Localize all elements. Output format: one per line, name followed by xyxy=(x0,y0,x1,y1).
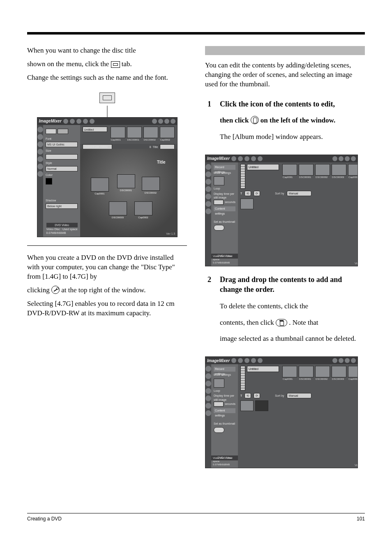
step-2-p2c: image selected as a thumbnail cannot be … xyxy=(220,334,365,344)
bgm-button[interactable] xyxy=(214,176,224,185)
page-footer: Creating a DVD 101 xyxy=(27,513,365,522)
screenshot-album-mode-2: ImageMixer Record settings xyxy=(205,356,358,468)
left-column: When you want to change the disc title s… xyxy=(27,46,187,471)
left-p1-after: tab. xyxy=(122,60,132,68)
footer-page-number: 101 xyxy=(196,516,365,522)
side-toolbar[interactable] xyxy=(205,162,211,266)
shadow-field[interactable]: Below right xyxy=(46,203,77,209)
left-p1-line3: Change the settings such as the name and… xyxy=(27,73,187,83)
menu-title-label: Title xyxy=(157,160,165,165)
thumb: DSC00002 xyxy=(143,127,158,138)
step-2-p2a: To delete the contents, click the xyxy=(220,302,365,311)
left-p2b: clicking at the top right of the window. xyxy=(27,286,187,295)
step-1: 1 Click the icon of the contents to edit… xyxy=(208,99,365,109)
callout-pointer xyxy=(107,106,108,117)
page-rule xyxy=(27,32,365,35)
right-intro: You can edit the contents by adding/dele… xyxy=(205,61,365,89)
wrench-icon xyxy=(51,286,60,294)
left-p2c: Selecting [4.7G] enables you to record d… xyxy=(27,299,187,318)
screenshot-album-mode-1: ImageMixer Record settings xyxy=(205,155,358,266)
color-swatch[interactable] xyxy=(46,178,52,185)
app-brand: ImageMixer xyxy=(39,118,62,124)
content-thumb[interactable] xyxy=(240,199,254,209)
left-p1-line2: shown on the menu, click the tab. xyxy=(27,60,187,69)
disc-label: Video Disc : xyxy=(46,228,62,231)
right-column: You can edit the contents by adding/dele… xyxy=(205,46,365,471)
left-p1-line1: When you want to change the disc title xyxy=(27,46,187,55)
dvd-video-label: DVD Video xyxy=(46,223,78,227)
set-thumbnail-button[interactable] xyxy=(214,225,224,231)
thumb: DSC00002 xyxy=(315,164,330,176)
left-settings-panel: Record settings BGM settings Loop Displa… xyxy=(211,364,238,468)
tab-a[interactable] xyxy=(46,129,56,134)
thumb: Cap0001 xyxy=(111,127,125,138)
side-toolbar[interactable] xyxy=(37,125,44,237)
main-area: Untitled Cap0001 DSC00001 DSC00002 DSC00… xyxy=(238,162,358,266)
size-label: Size xyxy=(46,149,77,153)
left-settings-panel: Record settings BGM settings Loop Displa… xyxy=(211,162,238,266)
album-dropdown[interactable]: Untitled xyxy=(83,127,107,132)
main-area: Untitled Cap0001 DSC00001 DSC00002 Cap00… xyxy=(80,125,177,237)
left-settings-panel: Font MS UI Gothic Size Style Normal Colo… xyxy=(43,125,80,237)
style-label: Style xyxy=(46,161,77,165)
menu-canvas[interactable]: Title Cap0001 DSC00001 DSC00002 DSC00003… xyxy=(80,149,177,237)
screenshot-menu-settings: ImageMixer xyxy=(37,117,178,237)
shadow-label: Shadow xyxy=(46,199,77,202)
step-1-number: 1 xyxy=(208,99,215,109)
two-column-layout: When you want to change the disc title s… xyxy=(27,46,365,471)
thumb: DSC00001 xyxy=(299,164,314,176)
trash-icon xyxy=(276,319,287,326)
side-toolbar[interactable] xyxy=(205,364,211,468)
step-2: 2 Drag and drop the contents to add and … xyxy=(208,275,365,295)
thumb: Cap0001 xyxy=(282,164,297,176)
font-field[interactable]: MS UI Gothic xyxy=(46,142,77,147)
content-settings-header: Content settings xyxy=(214,206,235,211)
tab-icon-large xyxy=(99,92,115,103)
step-2-p2b: contents, then click . Note that xyxy=(220,318,365,328)
font-label: Font xyxy=(46,137,77,141)
thumb: Cap0002 xyxy=(160,127,175,138)
step-1-line2: then click on the left of the window. xyxy=(220,116,365,125)
left-p2a: When you create a DVD on the DVD drive i… xyxy=(27,253,187,282)
filmstrip-icon xyxy=(240,164,245,189)
step-2-line1: Drag and drop the contents to add and ch… xyxy=(220,275,365,295)
used-value: 0.07MB/668MB xyxy=(46,231,66,234)
sort-select[interactable]: Manual xyxy=(287,191,311,196)
section-divider xyxy=(27,245,187,246)
step-2-number: 2 xyxy=(208,275,215,295)
left-p1-before: shown on the menu, click the xyxy=(27,60,111,68)
thumb: Cap0002 xyxy=(348,164,358,176)
tab-icon xyxy=(111,61,120,68)
section-header-bar xyxy=(205,46,365,55)
step-1-line3: The [Album mode] window appears. xyxy=(220,132,365,142)
footer-left: Creating a DVD xyxy=(27,516,196,522)
thumb: DSC00003 xyxy=(332,164,346,176)
record-settings-header: Record settings xyxy=(214,165,235,170)
scroll-icon xyxy=(251,116,259,124)
album-dropdown[interactable]: Untitled xyxy=(247,164,279,170)
thumb: DSC00001 xyxy=(127,127,142,138)
step-1-line1: Click the icon of the contents to edit, xyxy=(220,99,365,109)
style-field[interactable]: Normal xyxy=(46,166,77,171)
callout-tab-icon xyxy=(27,92,187,103)
tab-b[interactable] xyxy=(58,129,68,134)
color-label: Color xyxy=(46,173,77,177)
main-area: Untitled Cap0001 DSC00001 DSC00002 DSC00… xyxy=(238,364,358,468)
size-field[interactable] xyxy=(46,154,77,160)
version-label: Ver 1.5 xyxy=(166,232,175,236)
